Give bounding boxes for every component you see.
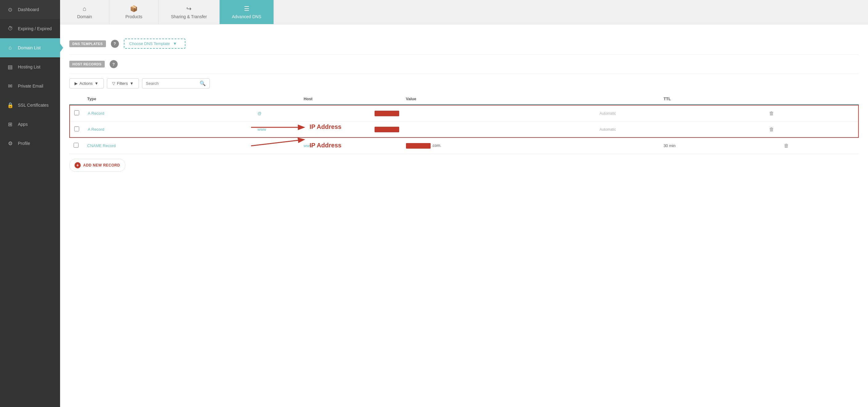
row3-checkbox[interactable]: [73, 143, 79, 148]
row3-value-redacted: [406, 143, 431, 149]
row2-host: www: [253, 121, 370, 138]
sidebar-item-profile[interactable]: ⚙ Profile: [0, 134, 60, 153]
sidebar-label: SSL Certificates: [18, 103, 49, 108]
sidebar-label: Profile: [18, 141, 30, 146]
sidebar-label: Expiring / Expired: [18, 26, 52, 31]
filters-button[interactable]: ▽ Filters ▼: [107, 78, 139, 88]
row1-checkbox-cell: [70, 105, 84, 121]
row1-ttl: Automatic: [595, 105, 765, 121]
row3-delete-icon[interactable]: 🗑: [784, 143, 789, 148]
dns-templates-section: DNS TEMPLATES ? Choose DNS Template ▼: [69, 33, 859, 55]
row1-value: [370, 105, 595, 121]
col-ttl: TTL: [659, 93, 780, 105]
sidebar-item-domain-list[interactable]: ⌂ Domain List: [0, 38, 60, 57]
col-checkbox: [69, 93, 83, 105]
hosting-icon: ▤: [6, 63, 14, 71]
filters-label: Filters: [117, 81, 128, 86]
sidebar-item-expiring[interactable]: ⏱ Expiring / Expired: [0, 19, 60, 38]
sidebar-label: Hosting List: [18, 64, 40, 69]
row3-type: CNAME Record: [83, 138, 300, 154]
sidebar-label: Apps: [18, 122, 28, 127]
dns-template-placeholder: Choose DNS Template: [129, 41, 170, 46]
search-input[interactable]: [146, 81, 199, 86]
profile-icon: ⚙: [6, 139, 14, 147]
dns-template-dropdown[interactable]: Choose DNS Template ▼: [124, 38, 185, 49]
dropdown-arrow-icon: ▼: [173, 41, 177, 46]
row2-delete-icon[interactable]: 🗑: [769, 127, 774, 132]
row2-ttl: Automatic: [595, 121, 765, 138]
row3-ttl: 30 min: [659, 138, 780, 154]
email-icon: ✉: [6, 82, 14, 90]
main-content: ⌂ Domain 📦 Products ↪ Sharing & Transfer…: [60, 0, 868, 407]
tab-advanced-dns[interactable]: ☰ Advanced DNS: [220, 0, 274, 24]
add-new-record-button[interactable]: + ADD NEW RECORD: [69, 159, 125, 172]
table-row: A Record @ Automatic 🗑: [70, 105, 859, 121]
table-row: A Record @ Automatic 🗑: [69, 105, 859, 138]
ssl-icon: 🔒: [6, 101, 14, 109]
page-content: DNS TEMPLATES ? Choose DNS Template ▼ HO…: [60, 24, 868, 407]
row1-delete-cell: 🗑: [765, 105, 859, 121]
advanced-dns-tab-icon: ☰: [244, 5, 249, 12]
filters-dropdown-icon: ▼: [130, 81, 134, 86]
host-records-section: HOST RECORDS ?: [69, 55, 859, 74]
row3-value: .com.: [402, 138, 659, 154]
col-host: Host: [300, 93, 402, 105]
tab-sharing-transfer[interactable]: ↪ Sharing & Transfer: [159, 0, 220, 24]
actions-play-icon: ▶: [74, 81, 78, 86]
tab-bar: ⌂ Domain 📦 Products ↪ Sharing & Transfer…: [60, 0, 868, 24]
row3-delete-cell: 🗑: [780, 138, 859, 154]
actions-dropdown-icon: ▼: [95, 81, 99, 86]
tab-products[interactable]: 📦 Products: [110, 0, 159, 24]
sidebar-item-hosting-list[interactable]: ▤ Hosting List: [0, 57, 60, 77]
products-tab-label: Products: [125, 14, 142, 19]
row2-checkbox[interactable]: [74, 126, 79, 132]
host-records-badge: HOST RECORDS: [69, 61, 105, 67]
row2-type: A Record: [84, 121, 253, 138]
table-row: CNAME Record www .com. 30 min 🗑: [69, 138, 859, 154]
search-box: 🔍: [142, 78, 210, 88]
advanced-dns-tab-label: Advanced DNS: [232, 14, 261, 19]
search-icon: 🔍: [199, 81, 206, 86]
actions-button[interactable]: ▶ Actions ▼: [69, 78, 104, 88]
row2-value: [370, 121, 595, 138]
domain-tab-icon: ⌂: [83, 5, 86, 12]
row1-value-redacted: [375, 111, 399, 116]
products-tab-icon: 📦: [130, 5, 138, 12]
row3-value-suffix: .com.: [432, 143, 441, 148]
host-records-help-icon[interactable]: ?: [110, 60, 118, 68]
tab-domain[interactable]: ⌂ Domain: [60, 0, 110, 24]
domain-list-icon: ⌂: [6, 44, 14, 52]
records-table-wrapper: Type Host Value TTL: [69, 93, 859, 154]
expiring-icon: ⏱: [6, 25, 14, 33]
row1-delete-icon[interactable]: 🗑: [769, 111, 774, 116]
sidebar-item-private-email[interactable]: ✉ Private Email: [0, 77, 60, 95]
col-value: Value: [402, 93, 659, 105]
add-record-label: ADD NEW RECORD: [83, 163, 120, 168]
sidebar-label: Domain List: [18, 45, 41, 50]
sidebar-item-apps[interactable]: ⊞ Apps: [0, 115, 60, 134]
records-toolbar: ▶ Actions ▼ ▽ Filters ▼ 🔍: [69, 74, 859, 93]
sidebar-item-dashboard[interactable]: ⊙ Dashboard: [0, 0, 60, 19]
row2-checkbox-cell: [70, 121, 84, 138]
sidebar-label: Dashboard: [18, 7, 39, 12]
row3-host: www: [300, 138, 402, 154]
plus-icon: +: [74, 162, 81, 168]
dns-templates-help-icon[interactable]: ?: [111, 40, 119, 48]
row2-delete-cell: 🗑: [765, 121, 859, 138]
table-row: A Record www Automatic 🗑: [70, 121, 859, 138]
records-table: Type Host Value TTL: [69, 93, 859, 154]
sidebar-item-ssl-certs[interactable]: 🔒 SSL Certificates: [0, 95, 60, 115]
row1-type: A Record: [84, 105, 253, 121]
dashboard-icon: ⊙: [6, 5, 14, 13]
actions-label: Actions: [80, 81, 93, 86]
dns-templates-badge: DNS TEMPLATES: [69, 40, 106, 47]
sharing-tab-icon: ↪: [186, 5, 192, 12]
col-actions: [780, 93, 859, 105]
row1-host: @: [253, 105, 370, 121]
row1-checkbox[interactable]: [74, 110, 79, 115]
col-type: Type: [83, 93, 300, 105]
sidebar: ⊙ Dashboard ⏱ Expiring / Expired ⌂ Domai…: [0, 0, 60, 407]
sidebar-label: Private Email: [18, 84, 43, 88]
domain-tab-label: Domain: [77, 14, 92, 19]
row2-value-redacted: [375, 127, 399, 132]
